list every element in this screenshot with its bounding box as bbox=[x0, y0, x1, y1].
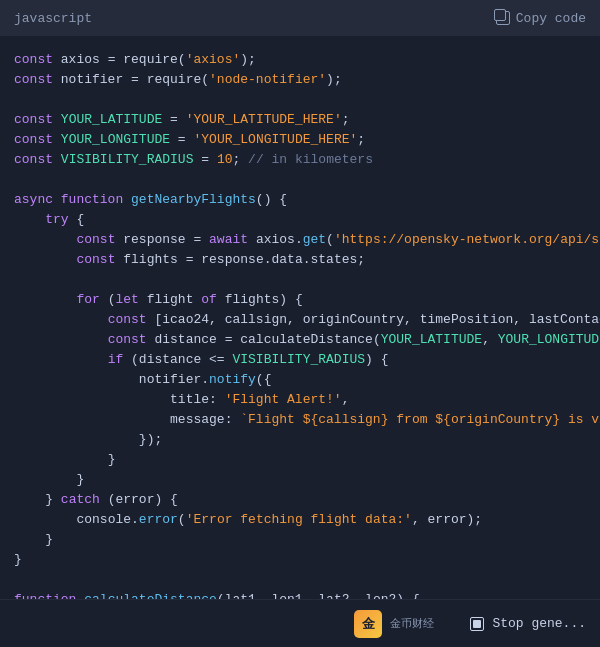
var-token bbox=[123, 190, 131, 210]
kw-token: let bbox=[115, 290, 138, 310]
code-block: javascript Copy code const axios = requi… bbox=[0, 0, 600, 647]
copy-button[interactable]: Copy code bbox=[496, 11, 586, 26]
var-token bbox=[186, 130, 194, 150]
code-line: try { bbox=[0, 210, 600, 230]
code-line: const response = await axios.get('https:… bbox=[0, 230, 600, 250]
copy-icon bbox=[496, 11, 510, 25]
punc-token: = bbox=[131, 70, 139, 90]
code-line: const axios = require('axios'); bbox=[0, 50, 600, 70]
method-token: error bbox=[139, 510, 178, 530]
punc-token: = bbox=[178, 130, 186, 150]
code-line: if (distance <= VISIBILITY_RADIUS) { bbox=[0, 350, 600, 370]
punc-token: = bbox=[108, 50, 116, 70]
code-line: const YOUR_LONGITUDE = 'YOUR_LONGITUDE_H… bbox=[0, 130, 600, 150]
str-token: 'YOUR_LONGITUDE_HERE' bbox=[193, 130, 357, 150]
var-token: distance bbox=[147, 330, 225, 350]
var-token: flights bbox=[115, 250, 185, 270]
var-token: ({ bbox=[256, 370, 272, 390]
var-token: ); bbox=[240, 50, 256, 70]
var-token: require( bbox=[139, 70, 209, 90]
var-token: response bbox=[115, 230, 193, 250]
method-token: notify bbox=[209, 370, 256, 390]
var-token: } bbox=[45, 490, 61, 510]
var-token bbox=[76, 590, 84, 599]
kw-token: const bbox=[108, 310, 147, 330]
punc-token: = bbox=[170, 110, 178, 130]
kw-token: const bbox=[14, 130, 53, 150]
code-line: async function getNearbyFlights() { bbox=[0, 190, 600, 210]
stop-label[interactable]: Stop gene... bbox=[492, 616, 586, 631]
var-token: ( bbox=[326, 230, 334, 250]
method-token: get bbox=[303, 230, 326, 250]
var-token: , error); bbox=[412, 510, 482, 530]
var-token: notifier bbox=[53, 70, 131, 90]
punc-token: = bbox=[186, 250, 194, 270]
var-token: console. bbox=[76, 510, 138, 530]
code-line: function calculateDistance(lat1, lon1, l… bbox=[0, 590, 600, 599]
var-token bbox=[162, 110, 170, 130]
bottom-bar: 金 金币财经 Stop gene... bbox=[0, 599, 600, 647]
kw-token: const bbox=[14, 110, 53, 130]
kw-token: catch bbox=[61, 490, 100, 510]
punc-token: ; bbox=[233, 150, 241, 170]
code-line bbox=[0, 170, 600, 190]
code-line: title: 'Flight Alert!', bbox=[0, 390, 600, 410]
punc-token: ; bbox=[342, 110, 350, 130]
kw-token: try bbox=[45, 210, 68, 230]
const-name-token: VISIBILITY_RADIUS bbox=[61, 150, 194, 170]
kw-token: for bbox=[76, 290, 99, 310]
code-line: const notifier = require('node-notifier'… bbox=[0, 70, 600, 90]
var-token: calculateDistance( bbox=[232, 330, 380, 350]
kw-token: const bbox=[108, 330, 147, 350]
var-token: axios bbox=[53, 50, 108, 70]
punc-token: = bbox=[201, 150, 209, 170]
str-token: 'https://opensky-network.org/api/st bbox=[334, 230, 600, 250]
stop-icon bbox=[470, 617, 484, 631]
code-line: } bbox=[0, 530, 600, 550]
var-token bbox=[209, 150, 217, 170]
var-token: , bbox=[482, 330, 498, 350]
watermark-text: 金币财经 bbox=[390, 616, 434, 631]
const-name-token: YOUR_LATITUDE bbox=[381, 330, 482, 350]
fn-token: getNearbyFlights bbox=[131, 190, 256, 210]
code-line: for (let flight of flights) { bbox=[0, 290, 600, 310]
code-line: } bbox=[0, 550, 600, 570]
var-token: title: bbox=[170, 390, 225, 410]
str-token: 'axios' bbox=[186, 50, 241, 70]
str-token: `Flight ${callsign} from ${originCountry… bbox=[240, 410, 600, 430]
fn-token: calculateDistance bbox=[84, 590, 217, 599]
punc-token: ; bbox=[357, 130, 365, 150]
var-token: (distance <= bbox=[123, 350, 232, 370]
kw-token: const bbox=[14, 50, 53, 70]
code-line: }); bbox=[0, 430, 600, 450]
const-name-token: YOUR_LONGITUD bbox=[498, 330, 599, 350]
var-token bbox=[53, 110, 61, 130]
comment-token: // in kilometers bbox=[240, 150, 373, 170]
str-token: 'YOUR_LATITUDE_HERE' bbox=[186, 110, 342, 130]
var-token: ( bbox=[100, 290, 116, 310]
var-token: require( bbox=[115, 50, 185, 70]
var-token: flight bbox=[139, 290, 201, 310]
var-token: () { bbox=[256, 190, 287, 210]
code-line: notifier.notify({ bbox=[0, 370, 600, 390]
code-line: console.error('Error fetching flight dat… bbox=[0, 510, 600, 530]
str-token: 'Flight Alert!' bbox=[225, 390, 342, 410]
watermark-logo: 金 bbox=[354, 610, 382, 638]
code-line: message: `Flight ${callsign} from ${orig… bbox=[0, 410, 600, 430]
kw-token: const bbox=[14, 70, 53, 90]
var-token bbox=[193, 150, 201, 170]
var-token: { bbox=[69, 210, 85, 230]
var-token: (error) { bbox=[100, 490, 178, 510]
kw-token: function bbox=[14, 590, 76, 599]
code-line: const [icao24, callsign, originCountry, … bbox=[0, 310, 600, 330]
punc-token: = bbox=[225, 330, 233, 350]
code-line bbox=[0, 570, 600, 590]
var-token: (lat1, lon1, lat2, lon2) { bbox=[217, 590, 420, 599]
const-name-token: VISIBILITY_RADIUS bbox=[232, 350, 365, 370]
kw-token: await bbox=[201, 230, 248, 250]
kw-token: const bbox=[76, 230, 115, 250]
var-token: } bbox=[45, 530, 53, 550]
var-token: , bbox=[342, 390, 350, 410]
var-token bbox=[53, 130, 61, 150]
var-token bbox=[53, 150, 61, 170]
